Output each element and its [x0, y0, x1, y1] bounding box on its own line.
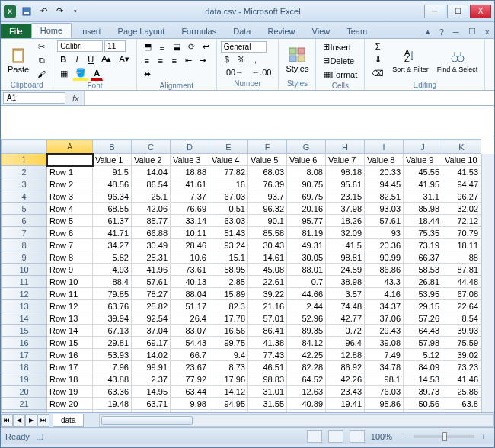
cell[interactable]: 75.35: [404, 227, 442, 239]
cell[interactable]: 42.06: [132, 203, 171, 215]
cell[interactable]: 25.1: [132, 190, 171, 203]
decrease-decimal-icon[interactable]: ←.00: [248, 66, 274, 78]
worksheet-grid[interactable]: ABCDEFGHIJK1Value 1Value 2Value 3Value 4…: [1, 139, 494, 412]
cell[interactable]: 8.73: [209, 361, 248, 373]
formula-input[interactable]: [84, 91, 494, 105]
col-header-G[interactable]: G: [287, 140, 326, 154]
format-button[interactable]: ▦ Format: [320, 68, 360, 81]
cell[interactable]: 25.31: [132, 251, 171, 264]
row-header-7[interactable]: 7: [2, 227, 47, 239]
cell[interactable]: 77.92: [171, 373, 209, 386]
macro-record-icon[interactable]: ▢: [36, 431, 43, 441]
cell[interactable]: Row 19: [47, 386, 93, 398]
delete-button[interactable]: ⊟ Delete: [320, 54, 357, 67]
row-header-15[interactable]: 15: [2, 325, 47, 337]
cell[interactable]: 22.61: [248, 276, 287, 288]
cell[interactable]: 0.7: [287, 276, 326, 288]
cut-icon[interactable]: ✂: [34, 40, 49, 53]
mdi-min-icon[interactable]: ─: [449, 26, 464, 38]
cell[interactable]: 94.47: [442, 178, 481, 190]
cell[interactable]: 96.34: [93, 190, 132, 203]
cell[interactable]: 31.1: [404, 190, 442, 203]
cell[interactable]: 42.77: [326, 312, 365, 325]
cell[interactable]: 45.55: [404, 166, 442, 178]
qat-dropdown-icon[interactable]: ▾: [69, 7, 81, 16]
paste-button[interactable]: Paste: [5, 46, 32, 75]
cell[interactable]: 64.43: [404, 325, 442, 337]
cell[interactable]: 32.02: [442, 203, 481, 215]
cell[interactable]: 73.23: [442, 361, 481, 373]
cell[interactable]: 29.81: [93, 337, 132, 349]
clear-icon[interactable]: ⌫: [369, 67, 387, 80]
currency-icon[interactable]: $: [221, 53, 233, 66]
maximize-button[interactable]: ☐: [447, 5, 468, 18]
tab-formulas[interactable]: Formulas: [173, 24, 225, 38]
cell[interactable]: [93, 410, 132, 413]
cell[interactable]: 37.06: [365, 312, 404, 325]
cell[interactable]: 73.19: [404, 239, 442, 251]
cell[interactable]: 66.7: [171, 349, 209, 361]
cell[interactable]: 72.12: [442, 215, 481, 227]
cell[interactable]: 39.73: [404, 386, 442, 398]
cell[interactable]: 29.43: [365, 325, 404, 337]
sheet-nav-next-icon[interactable]: ▶: [25, 414, 37, 427]
cell[interactable]: 25.82: [132, 300, 171, 312]
cell[interactable]: 41.71: [93, 227, 132, 239]
col-header-H[interactable]: H: [326, 140, 365, 154]
cell[interactable]: 64.52: [287, 373, 326, 386]
cell[interactable]: 49.31: [287, 239, 326, 251]
cell[interactable]: 17.96: [209, 373, 248, 386]
cell[interactable]: 57.98: [404, 337, 442, 349]
cell[interactable]: 34.78: [365, 361, 404, 373]
cell[interactable]: 88.01: [287, 264, 326, 276]
col-header-A[interactable]: A: [47, 140, 93, 154]
cell[interactable]: [442, 410, 481, 413]
cell[interactable]: 63.44: [171, 386, 209, 398]
cell[interactable]: Value 2: [132, 154, 171, 166]
cell[interactable]: Row 20: [47, 398, 93, 410]
cell[interactable]: 37.98: [326, 203, 365, 215]
cell[interactable]: 57.01: [248, 312, 287, 325]
cell[interactable]: 39.02: [442, 349, 481, 361]
cell[interactable]: 83.07: [171, 325, 209, 337]
cell[interactable]: [248, 410, 287, 413]
cell[interactable]: 14.61: [248, 251, 287, 264]
cell[interactable]: Row 2: [47, 178, 93, 190]
cell[interactable]: 90.1: [248, 215, 287, 227]
cell[interactable]: 4.16: [365, 288, 404, 300]
cell[interactable]: 31.01: [248, 386, 287, 398]
cell[interactable]: 41.96: [132, 264, 171, 276]
cell[interactable]: 98.18: [326, 166, 365, 178]
col-header-J[interactable]: J: [404, 140, 442, 154]
cell[interactable]: Row 17: [47, 361, 93, 373]
cell[interactable]: 76.39: [248, 178, 287, 190]
cell[interactable]: 20.33: [365, 166, 404, 178]
bold-button[interactable]: B: [57, 53, 69, 66]
cell[interactable]: 93.7: [248, 190, 287, 203]
cell[interactable]: 94.95: [209, 398, 248, 410]
row-header-14[interactable]: 14: [2, 312, 47, 325]
row-header-12[interactable]: 12: [2, 288, 47, 300]
cell[interactable]: [365, 410, 404, 413]
vertical-scrollbar[interactable]: [481, 154, 494, 412]
cell[interactable]: 67.08: [442, 288, 481, 300]
cell[interactable]: 67.13: [93, 325, 132, 337]
cell[interactable]: 26.4: [171, 312, 209, 325]
row-header-21[interactable]: 21: [2, 398, 47, 410]
cell[interactable]: 23.43: [326, 386, 365, 398]
col-header-E[interactable]: E: [209, 140, 248, 154]
cell[interactable]: 63.76: [93, 300, 132, 312]
cell[interactable]: 41.5: [326, 239, 365, 251]
cell[interactable]: Row 15: [47, 337, 93, 349]
cell[interactable]: 41.46: [442, 373, 481, 386]
increase-indent-icon[interactable]: ⇥: [196, 54, 209, 67]
cell[interactable]: 5.82: [93, 251, 132, 264]
zoom-out-button[interactable]: −: [398, 430, 410, 443]
cell[interactable]: Row 7: [47, 239, 93, 251]
cell[interactable]: 34.27: [93, 239, 132, 251]
cell[interactable]: 14.12: [209, 386, 248, 398]
col-header-F[interactable]: F: [248, 140, 287, 154]
cell[interactable]: 44.66: [287, 288, 326, 300]
cell[interactable]: 0.72: [326, 325, 365, 337]
cell[interactable]: 12.63: [287, 386, 326, 398]
